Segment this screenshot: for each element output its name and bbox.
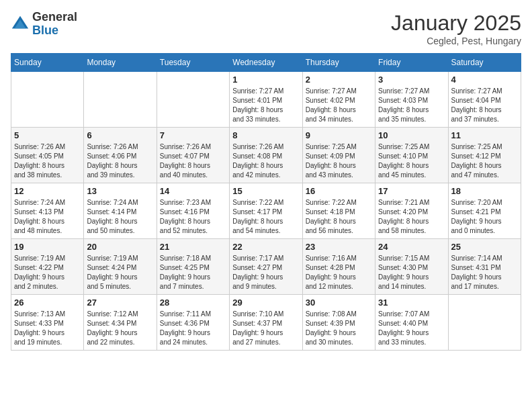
day-info: Sunrise: 7:08 AM Sunset: 4:39 PM Dayligh… — [306, 310, 372, 347]
calendar-cell: 24Sunrise: 7:15 AM Sunset: 4:30 PM Dayli… — [375, 239, 448, 295]
day-info: Sunrise: 7:21 AM Sunset: 4:20 PM Dayligh… — [378, 198, 445, 236]
calendar-cell: 10Sunrise: 7:25 AM Sunset: 4:10 PM Dayli… — [375, 128, 448, 183]
day-number: 9 — [306, 130, 372, 140]
day-info: Sunrise: 7:26 AM Sunset: 4:06 PM Dayligh… — [87, 142, 153, 180]
day-number: 30 — [306, 298, 372, 308]
calendar: SundayMondayTuesdayWednesdayThursdayFrid… — [11, 53, 521, 351]
logo-icon — [11, 15, 30, 34]
calendar-cell: 13Sunrise: 7:24 AM Sunset: 4:14 PM Dayli… — [84, 183, 157, 239]
day-info: Sunrise: 7:26 AM Sunset: 4:07 PM Dayligh… — [160, 142, 226, 180]
logo-general: General — [32, 10, 77, 24]
calendar-cell: 15Sunrise: 7:22 AM Sunset: 4:17 PM Dayli… — [230, 183, 302, 239]
weekday-header-friday: Friday — [375, 54, 448, 72]
week-row-4: 19Sunrise: 7:19 AM Sunset: 4:22 PM Dayli… — [11, 239, 521, 295]
day-number: 14 — [160, 186, 226, 196]
day-info: Sunrise: 7:27 AM Sunset: 4:04 PM Dayligh… — [451, 87, 518, 124]
week-row-1: 1Sunrise: 7:27 AM Sunset: 4:01 PM Daylig… — [11, 72, 521, 128]
calendar-cell: 11Sunrise: 7:25 AM Sunset: 4:12 PM Dayli… — [448, 128, 521, 183]
calendar-cell: 30Sunrise: 7:08 AM Sunset: 4:39 PM Dayli… — [302, 295, 375, 351]
calendar-cell: 31Sunrise: 7:07 AM Sunset: 4:40 PM Dayli… — [375, 295, 448, 351]
day-number: 13 — [87, 186, 153, 196]
weekday-header-row: SundayMondayTuesdayWednesdayThursdayFrid… — [11, 54, 521, 72]
day-number: 15 — [232, 186, 299, 196]
calendar-cell: 25Sunrise: 7:14 AM Sunset: 4:31 PM Dayli… — [448, 239, 521, 295]
weekday-header-tuesday: Tuesday — [157, 54, 229, 72]
day-info: Sunrise: 7:07 AM Sunset: 4:40 PM Dayligh… — [378, 310, 445, 347]
day-info: Sunrise: 7:24 AM Sunset: 4:14 PM Dayligh… — [87, 198, 153, 236]
day-info: Sunrise: 7:10 AM Sunset: 4:37 PM Dayligh… — [232, 310, 299, 347]
day-number: 23 — [306, 242, 372, 252]
day-info: Sunrise: 7:14 AM Sunset: 4:31 PM Dayligh… — [451, 254, 518, 291]
calendar-cell: 8Sunrise: 7:26 AM Sunset: 4:08 PM Daylig… — [230, 128, 302, 183]
day-number: 31 — [378, 298, 445, 308]
calendar-cell: 5Sunrise: 7:26 AM Sunset: 4:05 PM Daylig… — [11, 128, 84, 183]
calendar-cell — [448, 295, 521, 351]
week-row-3: 12Sunrise: 7:24 AM Sunset: 4:13 PM Dayli… — [11, 183, 521, 239]
day-number: 24 — [378, 242, 445, 252]
day-number: 28 — [160, 298, 226, 308]
day-number: 20 — [87, 242, 153, 252]
calendar-cell: 21Sunrise: 7:18 AM Sunset: 4:25 PM Dayli… — [157, 239, 229, 295]
day-number: 1 — [232, 75, 299, 85]
day-info: Sunrise: 7:26 AM Sunset: 4:05 PM Dayligh… — [14, 142, 81, 180]
logo-text: General Blue — [32, 11, 77, 38]
weekday-header-monday: Monday — [84, 54, 157, 72]
page-header: General Blue January 2025 Cegled, Pest, … — [11, 11, 521, 46]
location: Cegled, Pest, Hungary — [391, 36, 521, 46]
calendar-cell: 7Sunrise: 7:26 AM Sunset: 4:07 PM Daylig… — [157, 128, 229, 183]
day-info: Sunrise: 7:17 AM Sunset: 4:27 PM Dayligh… — [232, 254, 299, 291]
calendar-cell: 9Sunrise: 7:25 AM Sunset: 4:09 PM Daylig… — [302, 128, 375, 183]
day-number: 19 — [14, 242, 81, 252]
day-info: Sunrise: 7:23 AM Sunset: 4:16 PM Dayligh… — [160, 198, 226, 236]
calendar-cell — [157, 72, 229, 128]
day-number: 8 — [232, 130, 299, 140]
day-number: 3 — [378, 75, 445, 85]
day-number: 4 — [451, 75, 518, 85]
day-number: 18 — [451, 186, 518, 196]
title-block: January 2025 Cegled, Pest, Hungary — [391, 11, 521, 46]
day-info: Sunrise: 7:19 AM Sunset: 4:22 PM Dayligh… — [14, 254, 81, 291]
day-number: 26 — [14, 298, 81, 308]
day-info: Sunrise: 7:26 AM Sunset: 4:08 PM Dayligh… — [232, 142, 299, 180]
calendar-cell: 4Sunrise: 7:27 AM Sunset: 4:04 PM Daylig… — [448, 72, 521, 128]
calendar-cell: 16Sunrise: 7:22 AM Sunset: 4:18 PM Dayli… — [302, 183, 375, 239]
calendar-cell: 29Sunrise: 7:10 AM Sunset: 4:37 PM Dayli… — [230, 295, 302, 351]
day-number: 12 — [14, 186, 81, 196]
calendar-cell: 1Sunrise: 7:27 AM Sunset: 4:01 PM Daylig… — [230, 72, 302, 128]
day-number: 16 — [306, 186, 372, 196]
day-number: 25 — [451, 242, 518, 252]
calendar-cell: 12Sunrise: 7:24 AM Sunset: 4:13 PM Dayli… — [11, 183, 84, 239]
calendar-cell: 2Sunrise: 7:27 AM Sunset: 4:02 PM Daylig… — [302, 72, 375, 128]
day-info: Sunrise: 7:12 AM Sunset: 4:34 PM Dayligh… — [87, 310, 153, 347]
day-info: Sunrise: 7:13 AM Sunset: 4:33 PM Dayligh… — [14, 310, 81, 347]
weekday-header-wednesday: Wednesday — [230, 54, 302, 72]
calendar-cell: 3Sunrise: 7:27 AM Sunset: 4:03 PM Daylig… — [375, 72, 448, 128]
calendar-cell: 23Sunrise: 7:16 AM Sunset: 4:28 PM Dayli… — [302, 239, 375, 295]
day-info: Sunrise: 7:19 AM Sunset: 4:24 PM Dayligh… — [87, 254, 153, 291]
day-info: Sunrise: 7:22 AM Sunset: 4:17 PM Dayligh… — [232, 198, 299, 236]
calendar-cell: 27Sunrise: 7:12 AM Sunset: 4:34 PM Dayli… — [84, 295, 157, 351]
logo: General Blue — [11, 11, 77, 38]
day-number: 5 — [14, 130, 81, 140]
month-title: January 2025 — [391, 11, 521, 36]
calendar-cell: 20Sunrise: 7:19 AM Sunset: 4:24 PM Dayli… — [84, 239, 157, 295]
day-info: Sunrise: 7:16 AM Sunset: 4:28 PM Dayligh… — [306, 254, 372, 291]
calendar-cell — [84, 72, 157, 128]
calendar-cell: 19Sunrise: 7:19 AM Sunset: 4:22 PM Dayli… — [11, 239, 84, 295]
day-info: Sunrise: 7:18 AM Sunset: 4:25 PM Dayligh… — [160, 254, 226, 291]
day-info: Sunrise: 7:27 AM Sunset: 4:03 PM Dayligh… — [378, 87, 445, 124]
day-number: 17 — [378, 186, 445, 196]
day-number: 21 — [160, 242, 226, 252]
calendar-cell — [11, 72, 84, 128]
day-info: Sunrise: 7:11 AM Sunset: 4:36 PM Dayligh… — [160, 310, 226, 347]
logo-blue: Blue — [32, 24, 58, 37]
week-row-5: 26Sunrise: 7:13 AM Sunset: 4:33 PM Dayli… — [11, 295, 521, 351]
calendar-cell: 17Sunrise: 7:21 AM Sunset: 4:20 PM Dayli… — [375, 183, 448, 239]
weekday-header-saturday: Saturday — [448, 54, 521, 72]
day-number: 10 — [378, 130, 445, 140]
day-number: 6 — [87, 130, 153, 140]
day-info: Sunrise: 7:20 AM Sunset: 4:21 PM Dayligh… — [451, 198, 518, 236]
calendar-cell: 26Sunrise: 7:13 AM Sunset: 4:33 PM Dayli… — [11, 295, 84, 351]
weekday-header-thursday: Thursday — [302, 54, 375, 72]
calendar-cell: 22Sunrise: 7:17 AM Sunset: 4:27 PM Dayli… — [230, 239, 302, 295]
